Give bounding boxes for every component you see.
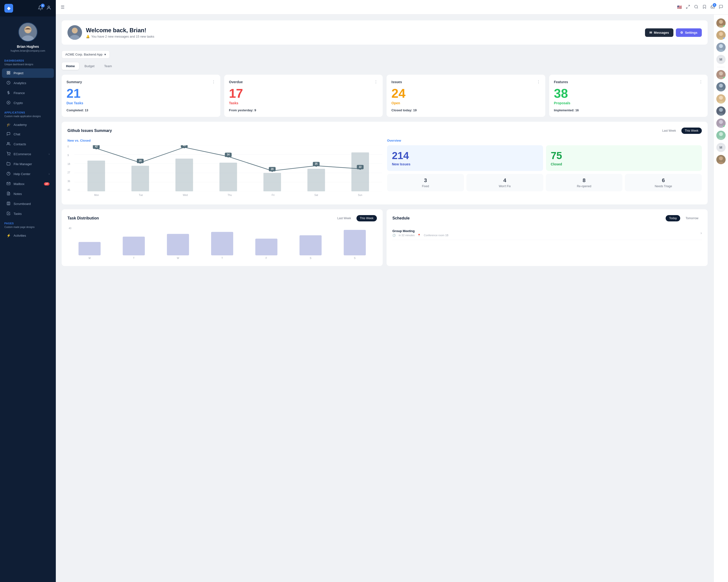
svg-point-62 (359, 168, 361, 170)
right-avatar-6[interactable] (717, 94, 726, 104)
right-avatar-7[interactable] (717, 107, 726, 116)
section-dashboards-sub: Unique dashboard designs (0, 63, 56, 68)
sidebar-item-contacts[interactable]: Contacts (2, 139, 54, 149)
right-avatar-9[interactable] (717, 131, 726, 140)
chevron-down-icon: ▾ (104, 53, 106, 56)
project-selector-label: ACME Corp. Backend App (65, 53, 102, 56)
sidebar-item-crypto[interactable]: Crypto (2, 98, 54, 108)
svg-line-22 (688, 5, 690, 6)
messages-top-icon[interactable] (719, 5, 723, 10)
academy-label: Academy (14, 123, 50, 127)
analytics-label: Analytics (14, 81, 50, 85)
sidebar-item-academy[interactable]: 🎓 Academy (2, 120, 54, 129)
right-avatar-2[interactable] (717, 31, 726, 40)
github-card: Github Issues Summary Last Week This Wee… (62, 122, 708, 204)
schedule-arrow-icon[interactable]: › (701, 231, 702, 235)
ecommerce-label: ECommerce (14, 152, 46, 156)
bell-icon: 🔔 (86, 35, 90, 38)
sidebar-item-analytics[interactable]: Analytics (2, 78, 54, 88)
svg-text:S: S (310, 257, 311, 259)
sidebar-item-project[interactable]: Project (2, 68, 54, 78)
wontfix-number: 4 (469, 177, 541, 184)
top-bar-icons: 🇺🇸 5 (677, 5, 723, 10)
fullscreen-icon[interactable] (686, 5, 690, 10)
academy-icon: 🎓 (6, 123, 11, 127)
right-avatar-10[interactable] (717, 155, 726, 164)
user-icon[interactable] (46, 5, 51, 11)
card-issues-menu[interactable]: ⋮ (537, 80, 540, 84)
gear-icon: ⚙ (680, 31, 683, 34)
right-avatar-m2[interactable]: M (717, 143, 726, 152)
task-this-week-btn[interactable]: This Week (357, 215, 377, 221)
svg-point-53 (227, 156, 229, 157)
sidebar-item-mailbox[interactable]: Mailbox 27 (2, 179, 54, 189)
right-avatar-1[interactable] (717, 19, 726, 28)
svg-rect-35 (87, 161, 105, 191)
bottom-row: Task Distribution Last Week This Week 40… (62, 209, 708, 266)
svg-text:F: F (266, 257, 267, 259)
new-issues-number: 214 (392, 150, 538, 161)
project-label: Project (14, 71, 50, 75)
sidebar-item-finance[interactable]: Finance (2, 88, 54, 98)
online-dot-1 (723, 25, 725, 27)
task-last-week-btn[interactable]: Last Week (334, 215, 354, 221)
project-selector[interactable]: ACME Corp. Backend App ▾ (62, 51, 110, 58)
help-center-icon (6, 172, 11, 176)
app-logo[interactable]: ◆ (4, 4, 13, 12)
scrumboard-icon (6, 201, 11, 206)
this-week-btn[interactable]: This Week (681, 128, 702, 134)
schedule-today-btn[interactable]: Today (666, 215, 680, 221)
card-summary-sub: Completed: 13 (67, 108, 215, 112)
svg-point-24 (695, 5, 697, 8)
sidebar-item-chat[interactable]: Chat (2, 130, 54, 139)
card-overdue-menu[interactable]: ⋮ (374, 80, 378, 84)
right-avatar-3[interactable] (717, 43, 726, 52)
right-avatar-8[interactable] (717, 118, 726, 128)
svg-point-100 (719, 120, 723, 124)
sidebar-top-icons: 3 (38, 5, 51, 11)
right-avatar-4[interactable] (717, 70, 726, 79)
inbox-icon[interactable]: 5 (710, 5, 715, 10)
settings-button[interactable]: ⚙ Settings (676, 28, 702, 37)
svg-point-85 (719, 44, 723, 48)
card-features-menu[interactable]: ⋮ (699, 80, 703, 84)
sidebar-item-scrumboard[interactable]: Scrumboard (2, 199, 54, 209)
tab-team[interactable]: Team (100, 62, 116, 70)
new-issues-label: New Issues (392, 162, 538, 166)
svg-point-103 (719, 132, 723, 136)
notification-bell[interactable]: 3 (38, 5, 43, 11)
card-summary-menu[interactable]: ⋮ (212, 80, 215, 84)
right-avatar-m1[interactable]: M (717, 55, 726, 64)
sidebar-item-ecommerce[interactable]: ECommerce › (2, 149, 54, 159)
sidebar-item-file-manager[interactable]: File Manager (2, 159, 54, 169)
sidebar-item-activities[interactable]: ⚡ Activities (2, 231, 54, 240)
tab-home[interactable]: Home (62, 62, 79, 70)
messages-button[interactable]: ✉ Messages (645, 28, 673, 37)
sidebar-item-tasks[interactable]: Tasks (2, 209, 54, 219)
section-pages-label: PAGES (0, 219, 56, 226)
last-week-btn[interactable]: Last Week (659, 128, 679, 134)
mini-stat-triage: 6 Needs Triage (625, 174, 702, 191)
tab-budget[interactable]: Budget (80, 62, 99, 70)
search-icon[interactable] (694, 5, 698, 10)
menu-toggle-icon[interactable]: ☰ (61, 5, 64, 10)
github-title: Github Issues Summary (68, 129, 112, 133)
sidebar-item-help-center[interactable]: Help Center › (2, 169, 54, 179)
y-labels: 45 36 27 18 9 0 (68, 145, 73, 191)
svg-rect-41 (352, 153, 369, 191)
y-label-4: 9 (68, 154, 73, 157)
svg-rect-74 (300, 235, 321, 255)
flag-icon[interactable]: 🇺🇸 (677, 5, 682, 9)
schedule-tomorrow-btn[interactable]: Tomorrow (682, 215, 702, 221)
card-features-sub: Implemented: 16 (554, 108, 703, 112)
sidebar-item-notes[interactable]: Notes (2, 189, 54, 199)
tabs: Home Budget Team (62, 62, 708, 70)
right-avatar-5[interactable] (717, 82, 726, 91)
reopened-number: 8 (548, 177, 620, 184)
bookmark-icon[interactable] (702, 5, 707, 10)
closed-issues-card: 75 Closed (546, 145, 702, 171)
svg-point-4 (25, 27, 31, 33)
card-issues-label: Open (391, 101, 540, 105)
svg-rect-37 (176, 159, 193, 191)
help-center-arrow: › (49, 173, 50, 175)
